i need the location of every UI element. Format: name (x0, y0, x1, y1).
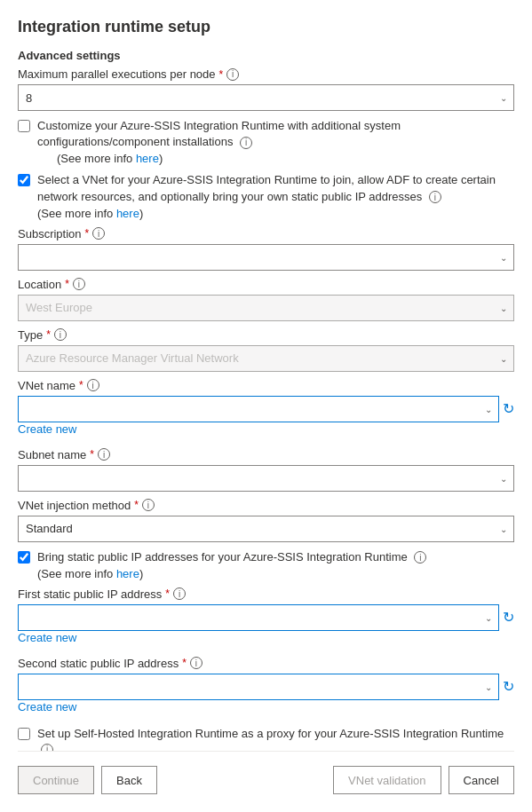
vnet-injection-group: VNet injection method * i Standard ⌄ (18, 499, 514, 542)
max-parallel-select[interactable]: 8 (18, 84, 514, 111)
static-ip-checkbox[interactable] (18, 551, 30, 564)
vnet-injection-required: * (134, 499, 139, 511)
vnet-name-select-wrapper: ⌄ (18, 396, 499, 422)
vnet-name-refresh-button[interactable]: ↻ (503, 400, 514, 417)
max-parallel-label: Maximum parallel executions per node * i (18, 67, 514, 81)
vnet-name-create-new-link[interactable]: Create new (18, 422, 76, 436)
vnet-checkbox-row: Select a VNet for your Azure-SSIS Integr… (18, 172, 514, 219)
first-static-ip-info-icon[interactable]: i (173, 587, 186, 600)
vnet-injection-info-icon[interactable]: i (142, 499, 155, 511)
subnet-name-group: Subnet name * i ⌄ (18, 448, 514, 492)
second-static-ip-row: ⌄ ↻ (18, 674, 514, 700)
max-parallel-select-wrapper: 8 ⌄ (18, 84, 514, 111)
subscription-group: Subscription * i ⌄ (18, 227, 514, 271)
subscription-required: * (85, 227, 90, 240)
page-title: Integration runtime setup (18, 18, 514, 36)
type-select-wrapper: Azure Resource Manager Virtual Network ⌄ (18, 345, 514, 372)
vnet-see-more: (See more info here) (37, 207, 514, 220)
vnet-name-row: ⌄ ↻ (18, 396, 514, 422)
first-static-ip-create-new-link[interactable]: Create new (18, 631, 76, 644)
subnet-name-info-icon[interactable]: i (98, 448, 110, 461)
type-required: * (46, 328, 51, 341)
customize-info-icon[interactable]: i (240, 137, 252, 149)
first-static-ip-select[interactable] (18, 604, 499, 631)
first-static-ip-row: ⌄ ↻ (18, 604, 514, 631)
vnet-see-more-link[interactable]: here (116, 207, 139, 220)
subnet-name-select-wrapper: ⌄ (18, 465, 514, 492)
static-ip-see-more: (See more info here) (37, 567, 426, 580)
subnet-name-select[interactable] (18, 465, 514, 492)
type-info-icon[interactable]: i (54, 328, 67, 341)
subnet-name-required: * (90, 448, 94, 461)
footer: Continue Back VNet validation Cancel (18, 751, 514, 812)
self-hosted-checkbox-row: Set up Self-Hosted Integration Runtime a… (18, 726, 514, 751)
self-hosted-checkbox[interactable] (18, 728, 30, 740)
advanced-settings-label: Advanced settings (18, 49, 514, 62)
vnet-injection-select[interactable]: Standard (18, 516, 514, 542)
back-button[interactable]: Back (101, 766, 157, 794)
subscription-select-wrapper: ⌄ (18, 244, 514, 271)
customize-see-more: (See more info here) (57, 152, 514, 165)
cancel-button[interactable]: Cancel (449, 766, 514, 794)
vnet-injection-select-wrapper: Standard ⌄ (18, 516, 514, 542)
self-hosted-checkbox-label: Set up Self-Hosted Integration Runtime a… (37, 727, 504, 740)
second-static-ip-label: Second static public IP address * i (18, 657, 514, 670)
customize-checkbox[interactable] (18, 120, 30, 132)
second-static-ip-group: Second static public IP address * i ⌄ ↻ … (18, 657, 514, 721)
customize-see-more-link[interactable]: here (136, 152, 159, 165)
subnet-name-label: Subnet name * i (18, 448, 514, 461)
second-static-ip-create-new-link[interactable]: Create new (18, 700, 76, 713)
subscription-select[interactable] (18, 244, 514, 271)
continue-button[interactable]: Continue (18, 766, 94, 794)
location-label: Location * i (18, 278, 514, 291)
customize-checkbox-label: Customize your Azure-SSIS Integration Ru… (37, 119, 401, 148)
location-group: Location * i West Europe ⌄ (18, 278, 514, 321)
first-static-ip-refresh-button[interactable]: ↻ (503, 609, 514, 626)
vnet-name-label: VNet name * i (18, 379, 514, 392)
location-required: * (65, 278, 69, 290)
second-static-ip-select-wrapper: ⌄ (18, 674, 499, 700)
type-select: Azure Resource Manager Virtual Network (18, 345, 514, 372)
vnet-name-info-icon[interactable]: i (87, 379, 99, 391)
section-advanced: Advanced settings Maximum parallel execu… (18, 49, 514, 751)
type-group: Type * i Azure Resource Manager Virtual … (18, 328, 514, 372)
type-label: Type * i (18, 328, 514, 342)
vnet-name-select[interactable] (18, 396, 499, 422)
vnet-validation-button[interactable]: VNet validation (333, 766, 441, 794)
max-parallel-group: Maximum parallel executions per node * i… (18, 67, 514, 111)
location-info-icon[interactable]: i (73, 278, 85, 290)
max-parallel-info-icon[interactable]: i (226, 68, 239, 81)
second-static-ip-select[interactable] (18, 674, 499, 700)
customize-checkbox-row: Customize your Azure-SSIS Integration Ru… (18, 118, 514, 165)
static-ip-checkbox-row: Bring static public IP addresses for you… (18, 549, 514, 580)
location-select: West Europe (18, 295, 514, 321)
static-ip-checkbox-label: Bring static public IP addresses for you… (37, 550, 408, 564)
vnet-name-required: * (79, 379, 83, 391)
second-static-ip-required: * (182, 657, 187, 669)
subscription-label: Subscription * i (18, 227, 514, 240)
vnet-injection-label: VNet injection method * i (18, 499, 514, 512)
first-static-ip-label: First static public IP address * i (18, 587, 514, 601)
vnet-checkbox-info-icon[interactable]: i (429, 191, 441, 203)
vnet-name-group: VNet name * i ⌄ ↻ Create new (18, 379, 514, 443)
static-ip-see-more-link[interactable]: here (116, 567, 139, 580)
location-select-wrapper: West Europe ⌄ (18, 295, 514, 321)
subscription-info-icon[interactable]: i (92, 227, 105, 240)
second-static-ip-info-icon[interactable]: i (190, 657, 202, 669)
max-parallel-required: * (219, 68, 224, 81)
first-static-ip-select-wrapper: ⌄ (18, 604, 499, 631)
second-static-ip-refresh-button[interactable]: ↻ (503, 678, 514, 695)
vnet-checkbox[interactable] (18, 174, 30, 186)
first-static-ip-group: First static public IP address * i ⌄ ↻ C… (18, 587, 514, 651)
first-static-ip-required: * (165, 587, 170, 600)
vnet-checkbox-label: Select a VNet for your Azure-SSIS Integr… (37, 173, 496, 202)
self-hosted-info-icon[interactable]: i (41, 744, 53, 751)
static-ip-info-icon[interactable]: i (414, 551, 426, 564)
